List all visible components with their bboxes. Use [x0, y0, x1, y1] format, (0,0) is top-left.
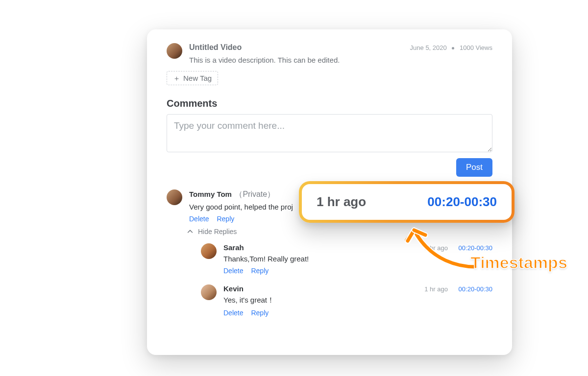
reply-item: Kevin 1 hr ago 00:20-00:30 Yes, it's gre…: [201, 284, 492, 317]
meta-separator-icon: [452, 47, 454, 49]
post-row: Post: [167, 158, 492, 177]
reply-item: Sarah 1 hr ago 00:20-00:30 Thanks,Tom! R…: [201, 243, 492, 275]
callout-timestamp: 00:20-00:30: [427, 194, 497, 210]
comment-top-row: Sarah 1 hr ago 00:20-00:30: [223, 243, 492, 252]
comment-body: Kevin 1 hr ago 00:20-00:30 Yes, it's gre…: [223, 284, 492, 317]
replies-list: Sarah 1 hr ago 00:20-00:30 Thanks,Tom! R…: [201, 243, 492, 317]
delete-button[interactable]: Delete: [189, 215, 209, 223]
uploader-avatar: [167, 43, 182, 59]
new-tag-label: New Tag: [183, 74, 212, 82]
reply-button[interactable]: Reply: [251, 309, 269, 317]
callout-relative-time: 1 hr ago: [317, 194, 366, 210]
delete-button[interactable]: Delete: [223, 267, 243, 275]
delete-button[interactable]: Delete: [223, 309, 243, 317]
comment-text: Yes, it's great！: [223, 296, 492, 305]
commenter-avatar: [201, 284, 217, 300]
timestamp-callout: 1 hr ago 00:20-00:30: [299, 181, 514, 223]
comment-author: Sarah: [223, 243, 244, 252]
new-tag-button[interactable]: ＋ New Tag: [167, 71, 218, 85]
video-date: June 5, 2020: [410, 44, 447, 51]
toggle-replies-label: Hide Replies: [198, 228, 237, 235]
comment-time: 1 hr ago: [424, 285, 448, 293]
commenter-avatar: [167, 189, 182, 205]
title-row: Untitled Video June 5, 2020 1000 Views: [189, 43, 492, 52]
comment-actions: Delete Reply: [223, 309, 492, 317]
post-button[interactable]: Post: [456, 158, 492, 177]
video-header-body: Untitled Video June 5, 2020 1000 Views T…: [189, 43, 492, 64]
comment-body: Sarah 1 hr ago 00:20-00:30 Thanks,Tom! R…: [223, 243, 492, 275]
plus-icon: ＋: [173, 74, 180, 82]
comment-timestamp-link[interactable]: 00:20-00:30: [459, 244, 492, 252]
reply-button[interactable]: Reply: [251, 267, 269, 275]
comment-meta: 1 hr ago 00:20-00:30: [424, 285, 492, 293]
video-header: Untitled Video June 5, 2020 1000 Views T…: [167, 43, 492, 64]
comment-timestamp-link[interactable]: 00:20-00:30: [459, 285, 492, 293]
chevron-up-icon: [186, 228, 194, 235]
video-meta: June 5, 2020 1000 Views: [410, 44, 492, 51]
comment-author: Tommy Tom: [189, 190, 232, 198]
comments-section-title: Comments: [167, 98, 492, 109]
commenter-avatar: [201, 243, 217, 259]
video-description[interactable]: This is a video description. This can be…: [189, 56, 492, 64]
comment-privacy: （Private）: [235, 190, 275, 198]
comment-author: Kevin: [223, 284, 244, 293]
comment-author-line: Tommy Tom （Private）: [189, 189, 275, 200]
comment-time: 1 hr ago: [424, 244, 448, 252]
comment-input[interactable]: [167, 114, 492, 152]
timestamp-callout-inner: 1 hr ago 00:20-00:30: [302, 184, 512, 220]
reply-button[interactable]: Reply: [217, 215, 234, 223]
comment-text: Thanks,Tom! Really great!: [223, 255, 492, 263]
video-title: Untitled Video: [189, 43, 242, 52]
comment-top-row: Kevin 1 hr ago 00:20-00:30: [223, 284, 492, 293]
comment-meta: 1 hr ago 00:20-00:30: [424, 244, 492, 252]
toggle-replies-button[interactable]: Hide Replies: [186, 228, 492, 235]
video-views: 1000 Views: [460, 44, 492, 51]
comment-actions: Delete Reply: [223, 267, 492, 275]
